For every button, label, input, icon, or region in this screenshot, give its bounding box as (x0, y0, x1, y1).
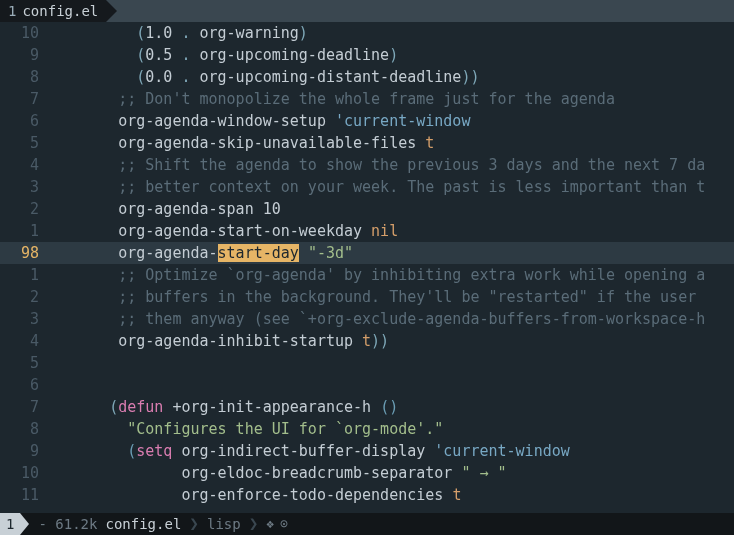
tab-config[interactable]: 1 config.el (0, 0, 106, 22)
code-line[interactable]: 4 org-agenda-inhibit-startup t)) (0, 330, 734, 352)
code-content: (defun +org-init-appearance-h () (55, 396, 398, 418)
code-line[interactable]: 98 org-agenda-start-day "-3d" (0, 242, 734, 264)
line-number: 6 (0, 374, 55, 396)
code-line[interactable]: 6 (0, 374, 734, 396)
tab-number: 1 (8, 0, 16, 22)
code-line[interactable]: 8 "Configures the UI for `org-mode'." (0, 418, 734, 440)
code-content: org-agenda-skip-unavailable-files t (55, 132, 434, 154)
buffer-size: - 61.2k (34, 513, 101, 535)
circle-icon: ⊙ (280, 513, 288, 535)
line-number: 3 (0, 308, 55, 330)
code-content: org-agenda-inhibit-startup t)) (55, 330, 389, 352)
line-number: 1 (0, 220, 55, 242)
code-line[interactable]: 3 ;; better context on your week. The pa… (0, 176, 734, 198)
tab-bar: 1 config.el (0, 0, 734, 22)
tab-filename: config.el (22, 0, 98, 22)
code-content: org-agenda-start-day "-3d" (55, 242, 353, 264)
line-number: 10 (0, 462, 55, 484)
code-content: (0.0 . org-upcoming-distant-deadline)) (55, 66, 479, 88)
line-number: 4 (0, 330, 55, 352)
code-line[interactable]: 8 (0.0 . org-upcoming-distant-deadline)) (0, 66, 734, 88)
code-content: ;; Optimize `org-agenda' by inhibiting e… (55, 264, 705, 286)
line-number: 6 (0, 110, 55, 132)
line-number: 5 (0, 352, 55, 374)
code-content: ;; Don't monopolize the whole frame just… (55, 88, 615, 110)
code-content: org-enforce-todo-dependencies t (55, 484, 461, 506)
line-number: 5 (0, 132, 55, 154)
code-content: org-eldoc-breadcrumb-separator " → " (55, 462, 507, 484)
code-line[interactable]: 11 org-enforce-todo-dependencies t (0, 484, 734, 506)
code-line[interactable]: 5 org-agenda-skip-unavailable-files t (0, 132, 734, 154)
code-content: org-agenda-start-on-weekday nil (55, 220, 398, 242)
line-number: 1 (0, 264, 55, 286)
status-bar: 1 - 61.2k config.el ❯ lisp ❯ ❖ ⊙ (0, 513, 734, 535)
code-line[interactable]: 10 org-eldoc-breadcrumb-separator " → " (0, 462, 734, 484)
code-line[interactable]: 7 (defun +org-init-appearance-h () (0, 396, 734, 418)
code-content: (1.0 . org-warning) (55, 22, 308, 44)
code-line[interactable]: 9 (0.5 . org-upcoming-deadline) (0, 44, 734, 66)
code-line[interactable]: 10 (1.0 . org-warning) (0, 22, 734, 44)
line-number: 2 (0, 286, 55, 308)
chevron-right-icon: ❯ (245, 513, 263, 535)
code-line[interactable]: 6 org-agenda-window-setup 'current-windo… (0, 110, 734, 132)
code-line[interactable]: 1 org-agenda-start-on-weekday nil (0, 220, 734, 242)
line-number: 2 (0, 198, 55, 220)
code-line[interactable]: 5 (0, 352, 734, 374)
window-number: 1 (0, 513, 20, 535)
line-number: 11 (0, 484, 55, 506)
code-content: (setq org-indirect-buffer-display 'curre… (55, 440, 570, 462)
line-number: 3 (0, 176, 55, 198)
code-content: "Configures the UI for `org-mode'." (55, 418, 443, 440)
major-mode: lisp (203, 513, 245, 535)
line-number: 7 (0, 88, 55, 110)
chevron-right-icon: ❯ (185, 513, 203, 535)
code-line[interactable]: 3 ;; them anyway (see `+org-exclude-agen… (0, 308, 734, 330)
diamond-icon: ❖ (266, 513, 274, 535)
line-number: 8 (0, 418, 55, 440)
code-content: org-agenda-span 10 (55, 198, 281, 220)
buffer-name: config.el (101, 513, 185, 535)
code-content: org-agenda-window-setup 'current-window (55, 110, 470, 132)
code-line[interactable]: 2 org-agenda-span 10 (0, 198, 734, 220)
code-line[interactable]: 4 ;; Shift the agenda to show the previo… (0, 154, 734, 176)
line-number: 8 (0, 66, 55, 88)
line-number: 10 (0, 22, 55, 44)
line-number: 9 (0, 44, 55, 66)
line-number: 98 (0, 242, 55, 264)
code-line[interactable]: 9 (setq org-indirect-buffer-display 'cur… (0, 440, 734, 462)
line-number: 4 (0, 154, 55, 176)
line-number: 7 (0, 396, 55, 418)
code-content (55, 374, 109, 396)
editor-area[interactable]: 10 (1.0 . org-warning)9 (0.5 . org-upcom… (0, 22, 734, 513)
mode-icons: ❖ ⊙ (262, 513, 292, 535)
code-content: ;; better context on your week. The past… (55, 176, 705, 198)
code-content: ;; Shift the agenda to show the previous… (55, 154, 705, 176)
code-content (55, 352, 109, 374)
code-content: ;; buffers in the background. They'll be… (55, 286, 705, 308)
code-line[interactable]: 7 ;; Don't monopolize the whole frame ju… (0, 88, 734, 110)
code-line[interactable]: 1 ;; Optimize `org-agenda' by inhibiting… (0, 264, 734, 286)
code-content: (0.5 . org-upcoming-deadline) (55, 44, 398, 66)
line-number: 9 (0, 440, 55, 462)
code-content: ;; them anyway (see `+org-exclude-agenda… (55, 308, 705, 330)
code-line[interactable]: 2 ;; buffers in the background. They'll … (0, 286, 734, 308)
